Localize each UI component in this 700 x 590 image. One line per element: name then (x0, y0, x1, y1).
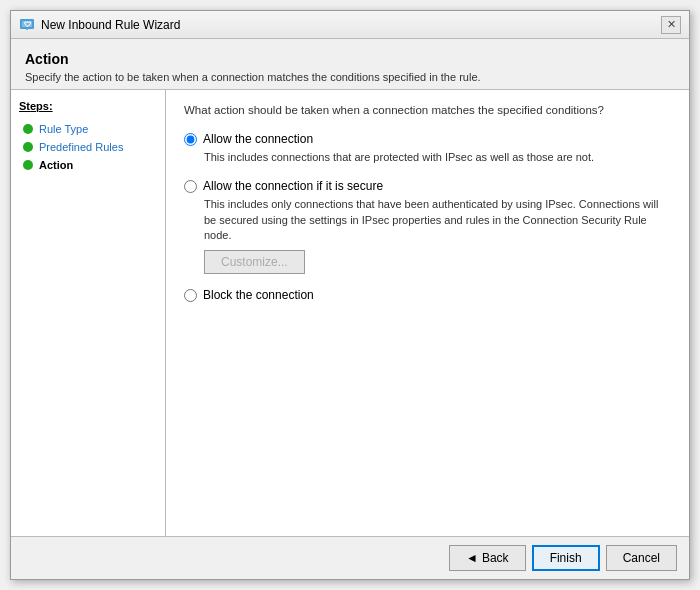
option-allow-secure-desc: This includes only connections that have… (204, 197, 671, 243)
steps-label: Steps: (19, 100, 157, 112)
option-allow-secure-radio[interactable] (184, 180, 197, 193)
option-allow-secure-row: Allow the connection if it is secure (184, 179, 671, 193)
sidebar-item-rule-type-label: Rule Type (39, 123, 88, 135)
wizard-icon: 🛡 (19, 17, 35, 33)
page-title: Action (25, 51, 675, 67)
main-window: 🛡 New Inbound Rule Wizard ✕ Action Speci… (10, 10, 690, 580)
finish-button[interactable]: Finish (532, 545, 600, 571)
page-header: Action Specify the action to be taken wh… (11, 39, 689, 89)
titlebar: 🛡 New Inbound Rule Wizard ✕ (11, 11, 689, 39)
sidebar-item-action-label: Action (39, 159, 73, 171)
right-panel: What action should be taken when a conne… (166, 90, 689, 536)
option-block-row: Block the connection (184, 288, 671, 302)
sidebar-item-action[interactable]: Action (19, 156, 157, 174)
sidebar-item-rule-type[interactable]: Rule Type (19, 120, 157, 138)
option-allow-row: Allow the connection (184, 132, 671, 146)
back-label: Back (482, 551, 509, 565)
close-button[interactable]: ✕ (661, 16, 681, 34)
option-allow-secure-label[interactable]: Allow the connection if it is secure (203, 179, 383, 193)
option-allow-desc: This includes connections that are prote… (204, 150, 671, 165)
customize-button[interactable]: Customize... (204, 250, 305, 274)
step-dot-action (23, 160, 33, 170)
option-allow-label[interactable]: Allow the connection (203, 132, 313, 146)
window-title: New Inbound Rule Wizard (41, 18, 180, 32)
step-dot-rule-type (23, 124, 33, 134)
option-block-radio[interactable] (184, 289, 197, 302)
step-dot-predefined (23, 142, 33, 152)
titlebar-left: 🛡 New Inbound Rule Wizard (19, 17, 180, 33)
option-allow-secure-group: Allow the connection if it is secure Thi… (184, 179, 671, 273)
option-block-group: Block the connection (184, 288, 671, 302)
page-subtitle: Specify the action to be taken when a co… (25, 71, 675, 83)
svg-text:🛡: 🛡 (24, 21, 31, 28)
option-block-label[interactable]: Block the connection (203, 288, 314, 302)
option-allow-group: Allow the connection This includes conne… (184, 132, 671, 165)
option-allow-radio[interactable] (184, 133, 197, 146)
sidebar-item-predefined-label: Predefined Rules (39, 141, 123, 153)
footer: ◄ Back Finish Cancel (11, 536, 689, 579)
question-text: What action should be taken when a conne… (184, 104, 671, 116)
back-arrow-icon: ◄ (466, 551, 478, 565)
sidebar-item-predefined-rules[interactable]: Predefined Rules (19, 138, 157, 156)
main-body: Steps: Rule Type Predefined Rules Action… (11, 90, 689, 536)
sidebar: Steps: Rule Type Predefined Rules Action (11, 90, 166, 536)
back-button[interactable]: ◄ Back (449, 545, 526, 571)
cancel-button[interactable]: Cancel (606, 545, 677, 571)
content-area: Action Specify the action to be taken wh… (11, 39, 689, 536)
